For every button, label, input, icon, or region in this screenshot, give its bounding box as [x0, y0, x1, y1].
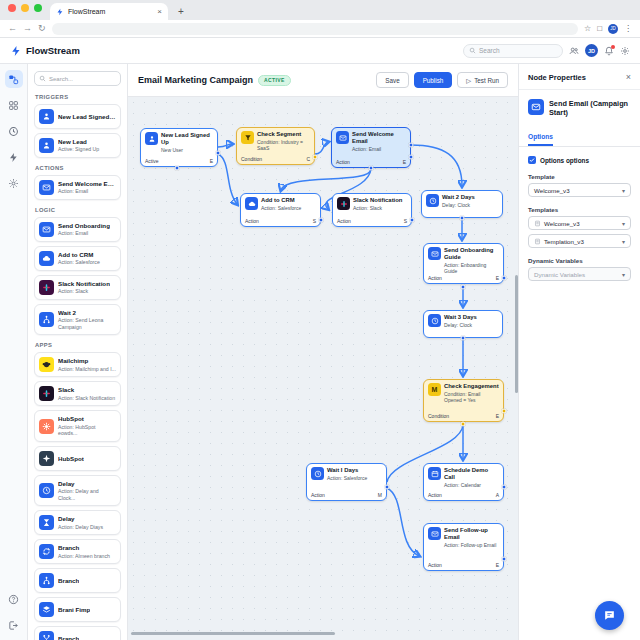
publish-button[interactable]: Publish — [414, 72, 453, 88]
traffic-light-zoom[interactable] — [34, 4, 42, 12]
forward-icon[interactable]: → — [23, 24, 32, 33]
back-icon[interactable]: ← — [8, 24, 17, 33]
tab-title: FlowStream — [68, 8, 105, 15]
sidebar-node-card[interactable]: Delay Action: Delay and Clock... — [34, 475, 121, 506]
node-footer-type: Action — [428, 275, 442, 281]
user-avatar[interactable]: JD — [585, 44, 598, 57]
reload-icon[interactable]: ↻ — [38, 24, 46, 33]
workflow-node[interactable]: Wait 2 Days Delay: Clock — [421, 190, 503, 218]
sidebar-node-card[interactable]: Branch — [34, 568, 121, 593]
sidebar-node-card[interactable]: Mailchimp Action: Mailchimp and I... — [34, 352, 121, 377]
workflow-node[interactable]: Schedule Demo Call Action: Calendar Acti… — [423, 463, 504, 501]
connection-port[interactable] — [461, 285, 466, 290]
workflow-canvas[interactable]: New Lead Signed Up New User Active E — [128, 97, 518, 640]
url-bar[interactable] — [52, 23, 578, 35]
workflow-node[interactable]: Add to CRM Action: Salesforce Action S — [240, 193, 321, 227]
workflow-node[interactable]: Wait 3 Days Delay: Clock — [423, 310, 503, 338]
workflow-node-subtitle: Condition: Email Opened = Yes — [444, 391, 499, 403]
workflow-node[interactable]: Send Onboarding Guide Action: Enboarding… — [423, 243, 504, 284]
browser-avatar[interactable]: JD — [608, 24, 618, 34]
workflow-node[interactable]: New Lead Signed Up New User Active E — [140, 128, 218, 167]
node-type-icon — [39, 515, 54, 530]
workflow-node[interactable]: M Check Engagement Condition: Email Open… — [423, 379, 504, 422]
connection-port[interactable] — [502, 485, 507, 490]
sidebar-node-card[interactable]: Delay Action: Delay Diays — [34, 510, 121, 535]
connection-port[interactable] — [502, 557, 507, 562]
template-select[interactable]: Welcome_v3 ▾ — [528, 183, 631, 197]
connection-port[interactable] — [313, 155, 318, 160]
sidebar-node-card[interactable]: Send Onboarding Action: Email — [34, 217, 121, 242]
connection-port[interactable] — [460, 216, 465, 221]
notifications-bell-icon[interactable] — [604, 46, 614, 56]
connection-port[interactable] — [216, 151, 221, 156]
workflow-node[interactable]: Send Welcome Email Action: Email Action … — [331, 127, 411, 168]
chat-fab-button[interactable] — [595, 601, 624, 630]
connection-port[interactable] — [461, 422, 466, 427]
test-run-button[interactable]: ▷Test Run — [457, 72, 508, 88]
sidebar-node-card[interactable]: Slack Action: Slack Notification — [34, 381, 121, 406]
horizontal-scrollbar[interactable] — [131, 632, 335, 635]
workflow-node-title: Check Segment — [257, 131, 310, 138]
connection-port[interactable] — [502, 409, 507, 414]
rail-nav-icon[interactable] — [5, 96, 23, 114]
templates-select-1[interactable]: Welcome_v3 ▾ — [528, 216, 631, 230]
selected-node-title: Send Email (Campaign Start) — [549, 99, 631, 117]
templates-select-2[interactable]: Templation_v3 ▾ — [528, 234, 631, 248]
bookmark-star-icon[interactable]: ☆ — [584, 24, 591, 33]
sidebar-node-card[interactable]: Wait 2 Action: Send Leona Campaign — [34, 304, 121, 335]
browser-tab[interactable]: FlowStream × — [50, 3, 168, 20]
sidebar-node-card[interactable]: Branch — [34, 626, 121, 640]
tab-options[interactable]: Options — [528, 133, 553, 146]
sidebar-node-card[interactable]: New Lead Signed Up — [34, 104, 121, 129]
settings-gear-icon[interactable] — [620, 46, 630, 56]
workflow-node-subtitle: Action: Follow-up Email — [444, 542, 499, 548]
workflow-node[interactable]: Slack Notification Action: Slack Action … — [332, 193, 412, 227]
rail-nav-icon[interactable] — [5, 148, 23, 166]
sidebar-node-card[interactable]: Brani Fimp — [34, 597, 121, 622]
rail-nav-icon[interactable] — [5, 70, 23, 88]
workflow-node[interactable]: Check Segment Condition: Industry = SaaS… — [236, 127, 315, 165]
workflow-node[interactable]: Send Follow-up Email Action: Follow-up E… — [423, 523, 504, 571]
sidebar-node-card[interactable]: Slack Notification Action: Slack — [34, 275, 121, 300]
team-members-icon[interactable] — [569, 46, 579, 56]
node-card-title: HubSpot — [58, 455, 84, 462]
connection-port[interactable] — [175, 166, 180, 171]
app-logo[interactable]: FlowStream — [10, 45, 80, 57]
options-checkbox-label: Options options — [540, 157, 589, 164]
sidebar-node-card[interactable]: Add to CRM Action: Salesforce — [34, 246, 121, 271]
sidebar-node-card[interactable]: HubSpot — [34, 446, 121, 471]
connection-port[interactable] — [409, 155, 414, 160]
sidebar-node-card[interactable]: Send Welcome Email Action: Email — [34, 175, 121, 200]
rail-nav-icon[interactable] — [5, 122, 23, 140]
rail-bottom-icon[interactable] — [5, 616, 23, 634]
tab-close-icon[interactable]: × — [157, 7, 162, 16]
node-type-icon — [39, 602, 54, 617]
connection-port[interactable] — [319, 218, 324, 223]
connection-port[interactable] — [502, 276, 507, 281]
sidebar-search-input[interactable]: Search... — [34, 71, 121, 86]
save-button[interactable]: Save — [376, 72, 408, 88]
connection-port[interactable] — [461, 336, 466, 341]
rail-bottom-icon[interactable] — [5, 590, 23, 608]
traffic-light-close[interactable] — [8, 4, 16, 12]
tab-switcher-icon[interactable]: □ — [597, 24, 602, 33]
options-checkbox[interactable] — [528, 156, 536, 164]
node-card-title: New Lead — [58, 138, 99, 145]
new-tab-button[interactable]: + — [178, 6, 184, 20]
traffic-light-minimize[interactable] — [21, 4, 29, 12]
sidebar-node-card[interactable]: Branch Action: Almeen branch — [34, 539, 121, 564]
dynamic-variables-select[interactable]: Dynamic Variables ▾ — [528, 267, 631, 281]
workflow-node[interactable]: Wait I Days Action: Salesforce Action M — [306, 463, 387, 501]
connection-port[interactable] — [410, 218, 415, 223]
connection-port[interactable] — [385, 485, 390, 490]
connection-port[interactable] — [369, 166, 374, 171]
node-card-subtitle: Action: Delay Diays — [58, 524, 103, 531]
browser-menu-icon[interactable]: ⋮ — [624, 24, 632, 33]
template-doc-icon — [534, 238, 541, 245]
sidebar-node-card[interactable]: New Lead Active: Signed Up — [34, 133, 121, 158]
sidebar-node-card[interactable]: HubSpot Action: HubSpot eowds... — [34, 410, 121, 441]
rail-nav-icon[interactable] — [5, 174, 23, 192]
global-search-input[interactable]: Search — [463, 44, 563, 58]
panel-close-icon[interactable]: × — [626, 72, 631, 82]
connection-port[interactable] — [409, 143, 414, 148]
